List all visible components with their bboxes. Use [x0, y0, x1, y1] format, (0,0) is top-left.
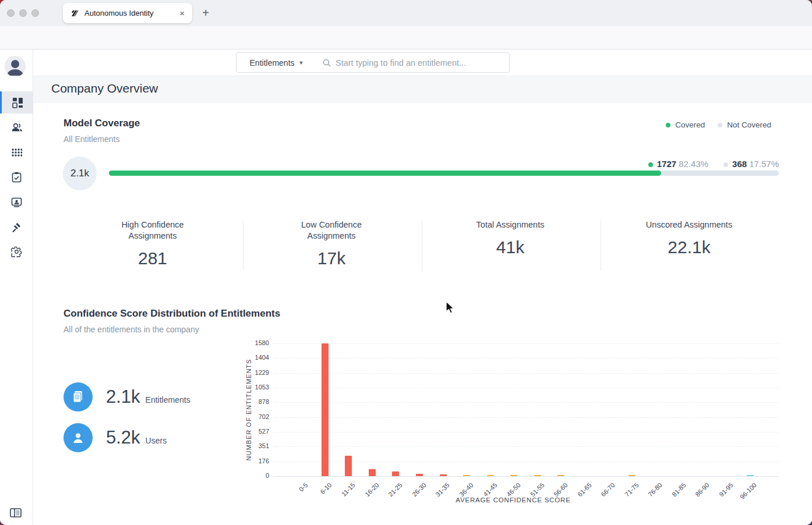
- users-count: 5.2k: [106, 427, 140, 448]
- chart-x-axis-title: AVERAGE CONFIDENCE SCORE: [274, 496, 753, 503]
- model-coverage-subtitle: All Entitlements: [63, 134, 140, 144]
- clipboard-check-icon: [12, 172, 22, 183]
- entitlements-label: Entitlements: [146, 395, 190, 405]
- chart-bar-96-100: [747, 475, 754, 476]
- chart-bar-31-35: [440, 474, 447, 476]
- tab-strip: Autonomous Identity × +: [0, 0, 812, 26]
- assignment-stats-row: High Confidence Assignments 281 Low Conf…: [33, 219, 812, 272]
- window-minimize-button[interactable]: [19, 9, 27, 17]
- sidebar-item-events[interactable]: [0, 216, 33, 238]
- chart-bar-6-10: [322, 343, 329, 476]
- chart-y-tick-label: 176: [238, 457, 269, 464]
- coverage-counts: 172782.43% 36817.57%: [648, 159, 779, 169]
- chart-bar-41-45: [487, 475, 494, 476]
- chevron-down-icon: ▼: [299, 60, 304, 66]
- stat-label: Total Assignments: [461, 219, 560, 230]
- stat-value: 22.1k: [600, 237, 778, 257]
- entitlement-search[interactable]: [317, 52, 510, 73]
- not-covered-dot-icon: [723, 162, 728, 167]
- window-zoom-button[interactable]: [31, 9, 39, 17]
- stat-value: 281: [63, 249, 242, 268]
- legend-item-covered: Covered: [666, 120, 705, 129]
- page-title-band: Company Overview: [33, 76, 812, 102]
- browser-tab[interactable]: Autonomous Identity ×: [63, 3, 192, 23]
- forgerock-favicon-icon: [70, 9, 79, 18]
- chart-gridline: [274, 417, 779, 418]
- confidence-chart: 017635152770287810531229140415800-56-101…: [274, 339, 786, 514]
- avatar[interactable]: [5, 56, 26, 77]
- chart-bar-26-30: [416, 474, 423, 476]
- search-icon: [323, 59, 331, 67]
- not-covered-percent: 17.57%: [749, 159, 779, 169]
- search-input[interactable]: [336, 58, 503, 68]
- chart-bar-36-40: [463, 475, 470, 476]
- chart-y-tick-label: 1053: [238, 384, 269, 391]
- tab-title: Autonomous Identity: [84, 9, 178, 17]
- app-sidebar: [0, 49, 33, 525]
- legend-covered-label: Covered: [675, 120, 705, 129]
- chart-y-tick-label: 878: [238, 398, 269, 405]
- sidebar-item-rules[interactable]: [0, 166, 33, 188]
- stat-low-confidence: Low Confidence Assignments 17k: [242, 219, 421, 268]
- not-covered-count: 368: [732, 159, 747, 169]
- coverage-legend: Covered Not Covered: [666, 120, 771, 129]
- stat-high-confidence: High Confidence Assignments 281: [63, 219, 242, 268]
- collapse-sidebar-icon: [10, 508, 22, 517]
- page-title: Company Overview: [51, 81, 158, 95]
- users-badge: [63, 423, 93, 452]
- entitlements-count: 2.1k: [106, 386, 140, 407]
- chart-gridline: [274, 402, 779, 403]
- chart-gridline: [274, 446, 779, 447]
- users-stat: 5.2k Users: [63, 423, 167, 452]
- not-covered-count-group: 36817.57%: [723, 159, 779, 169]
- chart-gridline: [274, 343, 779, 344]
- dashboard-icon: [12, 97, 23, 108]
- collapse-sidebar-button[interactable]: [10, 508, 22, 520]
- stat-label: Unscored Assignments: [640, 219, 739, 230]
- app-header: Entitlements ▼: [33, 49, 812, 76]
- stat-total-assignments: Total Assignments 41k: [421, 219, 599, 257]
- distribution-subtitle: All of the entitlements in the company: [63, 325, 280, 334]
- covered-dot-icon: [648, 162, 653, 167]
- not-covered-dot-icon: [718, 123, 722, 127]
- sidebar-item-settings[interactable]: [0, 240, 33, 262]
- chart-y-tick-label: 527: [238, 428, 269, 435]
- distribution-title: Confidence Score Distribution of Entitle…: [63, 308, 280, 320]
- tab-close-icon[interactable]: ×: [178, 8, 186, 18]
- chart-y-tick-label: 1404: [238, 354, 269, 361]
- chart-y-tick-label: 702: [238, 413, 269, 420]
- model-coverage-section-header: Model Coverage All Entitlements: [63, 118, 140, 144]
- users-label: Users: [146, 436, 167, 445]
- sidebar-item-dashboard[interactable]: [0, 91, 33, 113]
- entitlements-document-icon: [72, 390, 84, 404]
- scope-label: Entitlements: [250, 58, 295, 68]
- settings-gear-icon: [11, 246, 22, 257]
- gavel-icon: [11, 222, 22, 233]
- legend-item-not-covered: Not Covered: [718, 120, 771, 129]
- chart-bar-21-25: [392, 471, 399, 476]
- window-close-button[interactable]: [7, 9, 15, 17]
- chart-gridline: [274, 476, 779, 477]
- sidebar-item-applications[interactable]: [0, 141, 33, 164]
- legend-not-covered-label: Not Covered: [727, 120, 771, 129]
- entity-scope-dropdown[interactable]: Entitlements ▼: [236, 52, 317, 73]
- coverage-progress-bar: [109, 171, 779, 176]
- chart-bar-51-55: [534, 475, 541, 476]
- sidebar-item-entitlements[interactable]: [0, 191, 33, 213]
- covered-count: 1727: [657, 159, 676, 169]
- stat-value: 41k: [421, 237, 599, 257]
- mouse-cursor: [444, 300, 457, 314]
- model-coverage-title: Model Coverage: [63, 118, 140, 129]
- new-tab-button[interactable]: +: [199, 6, 213, 20]
- user-icon: [72, 431, 84, 444]
- chart-y-tick-label: 1229: [238, 369, 269, 376]
- stat-label: Low Confidence Assignments: [282, 219, 381, 242]
- entitlements-stat: 2.1k Entitlements: [63, 382, 190, 412]
- chart-gridline: [274, 358, 779, 359]
- distribution-section-header: Confidence Score Distribution of Entitle…: [63, 308, 280, 334]
- chart-bar-56-60: [557, 475, 564, 476]
- browser-toolbar: ← → ⟳ ⌂ https://autoid-ui.forgerock.com/…: [0, 26, 812, 49]
- chart-y-tick-label: 351: [238, 442, 269, 449]
- sidebar-item-identities[interactable]: [0, 116, 33, 139]
- users-group-icon: [11, 122, 23, 133]
